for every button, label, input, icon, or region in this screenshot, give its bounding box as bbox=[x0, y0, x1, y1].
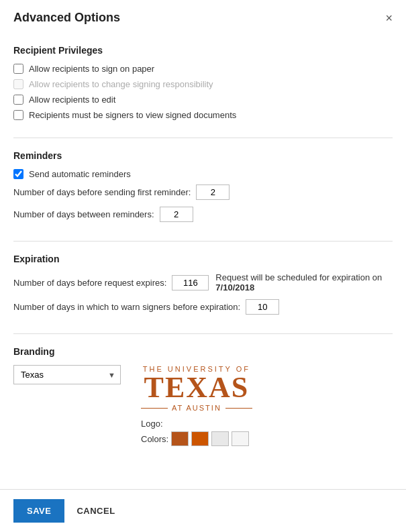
label-auto-reminders: Send automatic reminders bbox=[29, 169, 131, 179]
label-allow-edit: Allow recipients to edit bbox=[29, 95, 115, 105]
checkbox-sign-on-paper[interactable] bbox=[13, 64, 23, 74]
reminders-title: Reminders bbox=[13, 150, 393, 161]
dialog-footer: SAVE CANCEL bbox=[0, 489, 406, 532]
dialog-header: Advanced Options × bbox=[0, 0, 406, 33]
checkbox-row-allow-edit: Allow recipients to edit bbox=[13, 95, 393, 105]
first-reminder-input[interactable] bbox=[196, 184, 230, 200]
label-change-signing: Allow recipients to change signing respo… bbox=[29, 79, 213, 89]
ut-texas-text: TEXAS bbox=[141, 373, 252, 403]
brand-select-wrapper: Texas ▼ bbox=[13, 365, 121, 384]
ut-logo: THE UNIVERSITY OF TEXAS AT AUSTIN bbox=[141, 365, 252, 412]
label-sign-on-paper: Allow recipients to sign on paper bbox=[29, 64, 154, 74]
color-swatch-1[interactable] bbox=[171, 431, 189, 446]
branding-row: Texas ▼ THE UNIVERSITY OF TEXAS AT AUSTI… bbox=[13, 365, 393, 446]
expiration-section: Expiration Number of days before request… bbox=[13, 242, 393, 334]
color-swatch-3[interactable] bbox=[211, 431, 229, 446]
expiry-note: Request will be scheduled for expiration… bbox=[215, 272, 393, 292]
checkbox-must-be-signers[interactable] bbox=[13, 110, 23, 120]
branding-right: THE UNIVERSITY OF TEXAS AT AUSTIN Logo: … bbox=[141, 365, 393, 446]
checkbox-row-sign-on-paper: Allow recipients to sign on paper bbox=[13, 64, 393, 74]
checkbox-row-auto-reminders: Send automatic reminders bbox=[13, 169, 393, 179]
checkbox-change-signing[interactable] bbox=[13, 79, 23, 89]
days-before-expires-input[interactable] bbox=[172, 275, 209, 290]
branding-left: Texas ▼ bbox=[13, 365, 121, 384]
branding-section: Branding Texas ▼ THE UNIVERSITY OF TEXAS bbox=[13, 334, 393, 462]
expiration-title: Expiration bbox=[13, 254, 393, 264]
divider-line-left bbox=[141, 408, 168, 409]
between-reminders-label: Number of days between reminders: bbox=[13, 209, 154, 219]
logo-label-row: Logo: bbox=[141, 419, 163, 429]
first-reminder-label: Number of days before sending first remi… bbox=[13, 187, 191, 197]
reminders-section: Reminders Send automatic reminders Numbe… bbox=[13, 138, 393, 242]
checkbox-allow-edit[interactable] bbox=[13, 95, 23, 105]
dialog-body: Recipient Privileges Allow recipients to… bbox=[0, 33, 406, 489]
colors-label: Colors: bbox=[141, 434, 168, 444]
between-reminders-row: Number of days between reminders: bbox=[13, 207, 393, 222]
label-must-be-signers: Recipients must be signers to view signe… bbox=[29, 110, 236, 120]
ut-at-austin: AT AUSTIN bbox=[141, 404, 252, 412]
dialog-title: Advanced Options bbox=[13, 11, 120, 25]
divider-line-right bbox=[225, 408, 252, 409]
recipient-privileges-section: Recipient Privileges Allow recipients to… bbox=[13, 33, 393, 138]
checkbox-row-must-be-signers: Recipients must be signers to view signe… bbox=[13, 110, 393, 120]
logo-label: Logo: bbox=[141, 419, 163, 429]
warn-signers-row: Number of days in which to warn signers … bbox=[13, 299, 393, 315]
recipient-privileges-title: Recipient Privileges bbox=[13, 45, 393, 56]
warn-signers-input[interactable] bbox=[246, 299, 279, 315]
checkbox-auto-reminders[interactable] bbox=[13, 169, 23, 179]
branding-title: Branding bbox=[13, 346, 393, 357]
days-before-expires-label: Number of days before request expires: bbox=[13, 278, 166, 288]
warn-signers-label: Number of days in which to warn signers … bbox=[13, 302, 240, 312]
first-reminder-row: Number of days before sending first remi… bbox=[13, 184, 393, 200]
close-button[interactable]: × bbox=[385, 12, 393, 24]
brand-select[interactable]: Texas bbox=[13, 365, 121, 384]
checkbox-row-change-signing: Allow recipients to change signing respo… bbox=[13, 79, 393, 89]
ut-at-austin-text: AT AUSTIN bbox=[172, 404, 221, 412]
advanced-options-dialog: Advanced Options × Recipient Privileges … bbox=[0, 0, 406, 532]
colors-row: Colors: bbox=[141, 431, 249, 446]
color-swatch-2[interactable] bbox=[191, 431, 209, 446]
save-button[interactable]: SAVE bbox=[13, 499, 64, 523]
days-before-expires-row: Number of days before request expires: R… bbox=[13, 272, 393, 292]
between-reminders-input[interactable] bbox=[160, 207, 193, 222]
color-swatch-4[interactable] bbox=[232, 431, 249, 446]
expiry-date: 7/10/2018 bbox=[215, 282, 254, 292]
cancel-button[interactable]: CANCEL bbox=[72, 499, 119, 523]
